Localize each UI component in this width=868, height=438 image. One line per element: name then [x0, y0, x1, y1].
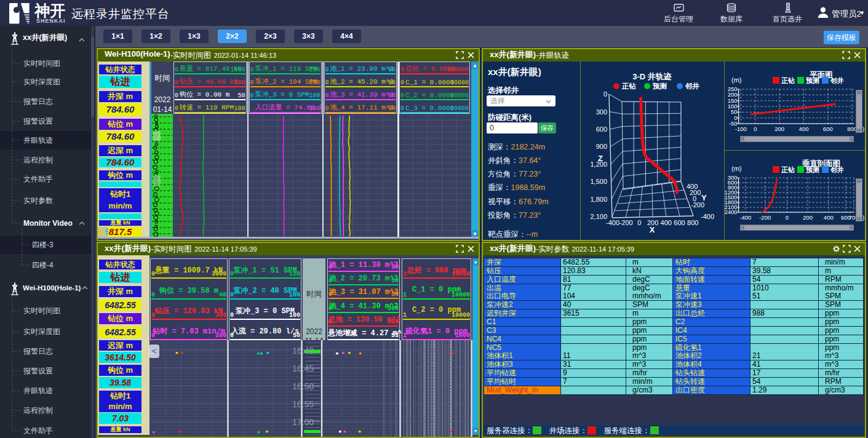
- svg-text:400: 400: [824, 214, 834, 221]
- svg-text:900: 900: [596, 143, 607, 150]
- svg-text:600: 600: [596, 125, 607, 133]
- svg-text:0: 0: [786, 214, 789, 221]
- svg-text:1,800: 1,800: [590, 196, 607, 203]
- svg-text:400: 400: [799, 125, 809, 132]
- svg-text:0: 0: [754, 125, 757, 132]
- svg-text:200: 200: [803, 214, 813, 221]
- svg-text:600: 600: [823, 125, 833, 132]
- svg-text:2400: 2400: [724, 209, 737, 215]
- svg-text:-400: -400: [739, 214, 751, 221]
- svg-text:Z: Z: [598, 154, 603, 163]
- svg-text:Y: Y: [701, 193, 707, 202]
- svg-text:X: X: [650, 225, 655, 234]
- svg-text:-200: -200: [619, 219, 633, 226]
- svg-text:1,500: 1,500: [590, 178, 607, 185]
- svg-text:800: 800: [687, 219, 698, 226]
- svg-text:0: 0: [603, 90, 607, 98]
- svg-text:200: 200: [774, 125, 784, 132]
- svg-text:600: 600: [674, 219, 685, 226]
- svg-text:-400: -400: [606, 219, 619, 226]
- svg-text:0: 0: [637, 219, 641, 226]
- svg-text:2,100: 2,100: [590, 213, 607, 220]
- svg-text:-400: -400: [701, 213, 714, 220]
- svg-text:300: 300: [596, 108, 607, 116]
- svg-text:-100: -100: [735, 125, 747, 132]
- svg-text:400: 400: [661, 219, 672, 226]
- svg-text:-200: -200: [759, 214, 771, 221]
